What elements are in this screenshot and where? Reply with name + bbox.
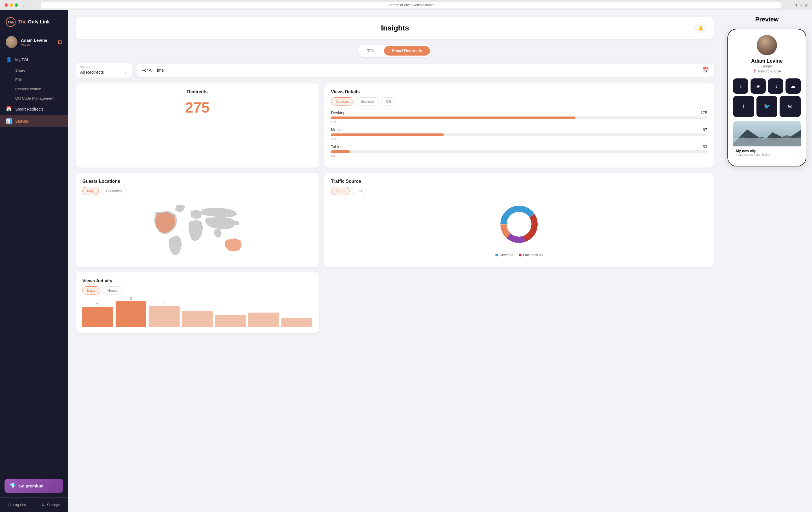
go-premium-button[interactable]: 💎 Go premium [4, 479, 63, 493]
tab-hours[interactable]: Hours [103, 286, 122, 294]
bar-chart: 26 32 27 [82, 298, 312, 327]
tabs-icon[interactable]: ⧉ [805, 3, 808, 8]
bar-val-2: 32 [129, 297, 133, 300]
sidebar-item-qr-code[interactable]: QR Code Management [0, 94, 68, 103]
tablet-value: 33 [703, 144, 707, 149]
africa [188, 220, 203, 241]
device-tabs: Devices Browser OS [331, 97, 707, 106]
maximize-button[interactable] [14, 3, 18, 7]
bar-rect-5 [215, 315, 246, 327]
greenland [175, 204, 185, 212]
person-icon: 👤 [6, 57, 12, 63]
share-icon[interactable]: ⬆ [794, 3, 798, 8]
sidebar-item-statistic[interactable]: 📊 Statistic [0, 115, 68, 127]
chart-legend: Direct 93 Facebook 66 [331, 253, 707, 257]
user-info: Adam Levine Active [21, 38, 54, 47]
video-card[interactable]: My new clip youtube.com/adamlevine [733, 121, 801, 159]
south-america [169, 235, 182, 256]
social-icons-row2: ✈ 🐦 ✉ [733, 96, 801, 117]
tab-os[interactable]: OS [381, 97, 396, 106]
desktop-value: 175 [701, 111, 707, 115]
browser-actions: ⬆ + ⧉ [794, 3, 808, 8]
url-bar[interactable]: Search or enter website name [41, 2, 781, 8]
discord-icon-button[interactable]: ◉ [751, 79, 766, 94]
bar-rect-7 [281, 318, 312, 327]
main-tabs: TOL Smart Redirects [76, 45, 714, 57]
sidebar-navigation: 👤 My TOL Share Edit Personalization QR C… [0, 54, 68, 474]
sidebar-item-edit[interactable]: Edit [0, 75, 68, 84]
twitter-icon-button[interactable]: 🐦 [756, 96, 778, 117]
diamond-icon: 💎 [9, 483, 16, 489]
bar-rect-6 [248, 313, 279, 327]
phone-user-name: Adam Levine [751, 58, 783, 64]
video-url: youtube.com/adamlevine [736, 153, 798, 156]
email-icon-button[interactable]: ✉ [780, 96, 801, 117]
traffic-source-card: Traffic Source Chart List [324, 173, 714, 267]
logout-label: Log Out [13, 503, 26, 507]
sidebar-item-personalization[interactable]: Personalization [0, 84, 68, 94]
direct-label: Direct 93 [500, 253, 513, 257]
minimize-button[interactable] [9, 3, 13, 7]
sidebar-item-share[interactable]: Share [0, 66, 68, 75]
redirects-value: 275 [82, 99, 312, 116]
desktop-percent: 65% [331, 120, 707, 123]
device-tablet: Tablet 33 5% [331, 144, 707, 158]
bar-col-7 [281, 317, 312, 327]
time-filter[interactable]: For All Time 📅 [137, 64, 714, 77]
guests-locations-title: Guests Locations [82, 179, 312, 184]
music-icon-button[interactable]: ♪ [733, 79, 748, 94]
redirects-title: Redirects [82, 89, 312, 94]
views-details-card: Views Details Devices Browser OS Desktop… [324, 83, 714, 168]
user-profile: Adam Levine Active ⊡ [0, 33, 68, 51]
donut-chart [331, 199, 707, 250]
url-text: Search or enter website name [388, 3, 434, 7]
video-title: My new clip [736, 149, 798, 153]
spotify-icon-button[interactable]: ♫ [768, 79, 783, 94]
tab-chart[interactable]: Chart [331, 187, 350, 195]
phone-avatar [757, 35, 777, 55]
add-tab-icon[interactable]: + [800, 3, 803, 8]
sidebar-label-my-tol: My TOL [15, 58, 29, 62]
tab-browser[interactable]: Browser [356, 97, 379, 106]
sidebar-item-my-tol[interactable]: 👤 My TOL [0, 54, 68, 66]
telegram-icon-button[interactable]: ✈ [733, 96, 754, 117]
bar-rect-1 [82, 307, 113, 327]
location-pin-icon: 📍 [753, 69, 757, 73]
tab-tol[interactable]: TOL [359, 46, 383, 56]
tab-countries[interactable]: Countries [101, 187, 126, 195]
forward-icon[interactable]: › [26, 3, 28, 8]
sidebar-label-smart-redirects: Smart Redirects [15, 107, 44, 111]
settings-button[interactable]: ⚙ Settings [34, 502, 68, 508]
mobile-bar-fill [331, 134, 444, 136]
soundcloud-icon-button[interactable]: ☁ [785, 79, 801, 94]
settings-label: Settings [47, 503, 60, 507]
russia [201, 208, 237, 218]
tab-map[interactable]: Map [82, 187, 99, 195]
time-label: For All Time [142, 68, 164, 73]
desktop-label: Desktop [331, 111, 345, 115]
world-map [82, 199, 312, 261]
logout-button[interactable]: ⬡ Log Out [0, 502, 34, 508]
user-settings-icon[interactable]: ⊡ [58, 39, 62, 45]
notification-bell[interactable]: 🔔 [695, 23, 706, 33]
tab-smart-redirects[interactable]: Smart Redirects [384, 46, 430, 56]
dropdown-arrow-icon: ⌄ [124, 69, 127, 75]
calendar-icon: 📅 [6, 106, 12, 112]
bar-col-2: 32 [116, 297, 147, 327]
facebook-dot [519, 254, 522, 256]
close-button[interactable] [4, 3, 8, 7]
grid-row-1: Redirects 275 Views Details Devices Brow… [76, 83, 714, 168]
sidebar-item-smart-redirects[interactable]: 📅 Smart Redirects [0, 103, 68, 115]
tab-devices[interactable]: Devices [331, 97, 353, 106]
back-icon[interactable]: ‹ [23, 3, 24, 8]
activity-tabs: Days Hours [82, 286, 312, 294]
user-name: Adam Levine [21, 38, 54, 42]
logo-text: The Only Link [18, 19, 50, 25]
statistic-dropdown[interactable]: Statistic on All Redirects ⌄ [76, 63, 132, 78]
tab-days[interactable]: Days [82, 286, 100, 294]
tab-list[interactable]: List [352, 187, 367, 195]
tab-pills-container: TOL Smart Redirects [358, 45, 431, 57]
spacer [324, 272, 714, 275]
desktop-bar-fill [331, 116, 576, 119]
traffic-source-title: Traffic Source [331, 179, 707, 184]
